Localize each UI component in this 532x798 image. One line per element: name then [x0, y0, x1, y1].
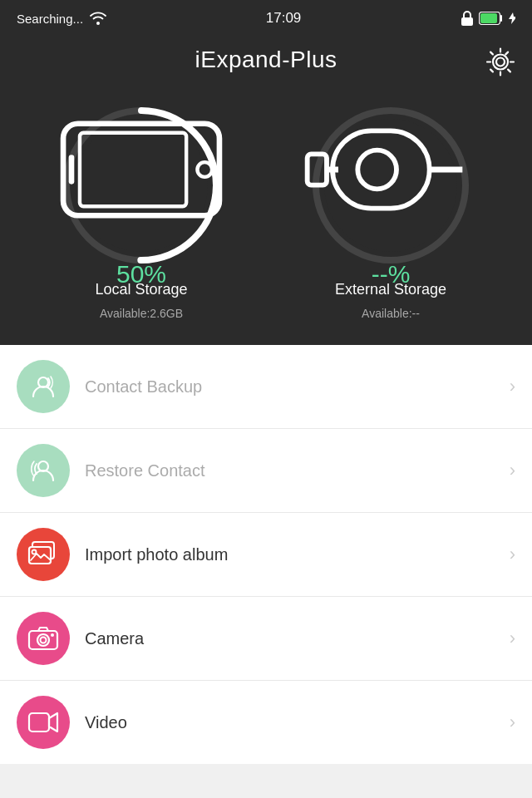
- svg-point-3: [496, 58, 505, 66]
- external-available: Available:--: [362, 307, 420, 320]
- svg-point-4: [493, 55, 508, 70]
- contact-backup-svg: [28, 372, 58, 401]
- svg-point-26: [41, 638, 47, 643]
- storage-section: 50% Local Storage Available:2.6GB: [0, 90, 532, 345]
- settings-button[interactable]: [485, 47, 515, 80]
- wifi-icon: [90, 12, 106, 25]
- svg-point-25: [37, 634, 49, 646]
- contact-backup-chevron: ›: [510, 376, 515, 397]
- import-photo-label: Import photo album: [85, 545, 510, 564]
- local-ring-inner: 50%: [54, 82, 229, 288]
- local-ring: 50%: [54, 98, 229, 273]
- gear-icon: [485, 47, 515, 77]
- time-display: 17:09: [266, 10, 302, 27]
- svg-rect-0: [461, 17, 473, 26]
- local-storage-item: 50% Local Storage Available:2.6GB: [54, 98, 229, 320]
- camera-chevron: ›: [510, 628, 515, 649]
- app-title: iExpand-Plus: [195, 47, 337, 73]
- external-storage-item: --% External Storage Available:--: [303, 98, 478, 320]
- restore-contact-icon: [17, 444, 70, 497]
- carrier-text: Searching...: [17, 12, 83, 26]
- contact-backup-label: Contact Backup: [85, 377, 510, 397]
- svg-rect-14: [308, 154, 327, 185]
- local-available: Available:2.6GB: [100, 307, 183, 320]
- phone-icon: [54, 82, 229, 257]
- external-percent: --%: [372, 260, 411, 288]
- camera-svg: [27, 624, 59, 653]
- video-icon: [17, 696, 70, 749]
- svg-point-10: [197, 162, 212, 177]
- list-item-import-photo[interactable]: Import photo album ›: [0, 513, 532, 597]
- list-item-camera[interactable]: Camera ›: [0, 597, 532, 681]
- external-ring-inner: --%: [303, 82, 478, 288]
- status-bar: Searching... 17:09: [0, 0, 532, 37]
- restore-contact-label: Restore Contact: [85, 461, 510, 480]
- svg-point-16: [357, 150, 397, 190]
- external-ring: --%: [303, 98, 478, 273]
- import-photo-icon: [17, 528, 70, 581]
- camera-label: Camera: [85, 629, 510, 648]
- local-percent: 50%: [116, 260, 166, 288]
- svg-rect-2: [480, 13, 497, 23]
- battery-icon: [479, 12, 504, 25]
- video-chevron: ›: [510, 712, 515, 733]
- list-item-video[interactable]: Video ›: [0, 681, 532, 764]
- import-photo-svg: [27, 540, 59, 569]
- video-label: Video: [85, 713, 510, 732]
- status-left: Searching...: [17, 12, 106, 26]
- svg-rect-28: [29, 713, 49, 732]
- status-right: [461, 11, 515, 26]
- contact-backup-icon: [17, 360, 70, 413]
- svg-point-27: [51, 633, 54, 637]
- restore-contact-svg: [28, 456, 58, 485]
- charging-icon: [509, 12, 515, 24]
- list-item-restore-contact[interactable]: Restore Contact ›: [0, 429, 532, 513]
- svg-rect-22: [29, 547, 51, 564]
- menu-list: Contact Backup › Restore Contact ›: [0, 345, 532, 764]
- lock-icon: [461, 11, 474, 26]
- list-item-contact-backup[interactable]: Contact Backup ›: [0, 345, 532, 429]
- usb-drive-icon: [303, 82, 478, 257]
- svg-rect-11: [69, 155, 75, 184]
- import-photo-chevron: ›: [510, 544, 515, 565]
- camera-icon: [17, 612, 70, 665]
- svg-rect-9: [80, 133, 186, 206]
- svg-rect-15: [332, 131, 430, 208]
- video-svg: [27, 708, 59, 736]
- restore-contact-chevron: ›: [510, 460, 515, 481]
